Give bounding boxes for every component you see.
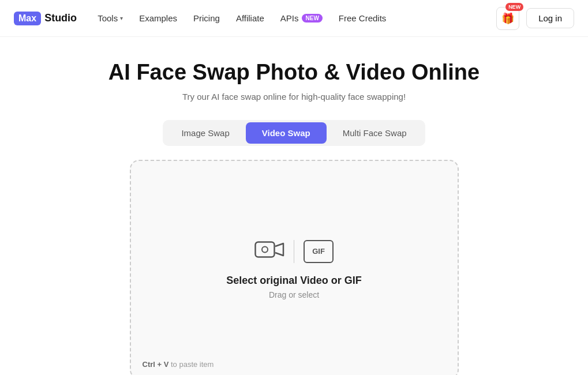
upload-subtitle: Drag or select xyxy=(269,290,319,299)
nav-pricing-label: Pricing xyxy=(193,13,220,23)
page-subtitle: Try our AI face swap online for high-qua… xyxy=(182,92,406,102)
login-button[interactable]: Log in xyxy=(526,8,574,28)
svg-rect-0 xyxy=(256,242,275,257)
nav-affiliate[interactable]: Affiliate xyxy=(229,9,271,28)
apis-new-badge: NEW xyxy=(302,14,322,22)
nav-free-credits[interactable]: Free Credits xyxy=(332,9,394,28)
nav-pricing[interactable]: Pricing xyxy=(186,9,227,28)
gift-button[interactable]: NEW 🎁 xyxy=(496,7,519,30)
gif-label: GIF xyxy=(312,247,325,256)
gift-icon: 🎁 xyxy=(501,12,514,25)
logo[interactable]: Max Studio xyxy=(14,12,77,25)
nav-apis-label: APIs xyxy=(280,13,299,23)
nav-right: NEW 🎁 Log in xyxy=(496,7,574,30)
icon-divider xyxy=(294,240,294,263)
gift-badge: NEW xyxy=(505,3,523,11)
paste-hint: Ctrl + V to paste item xyxy=(143,360,214,369)
nav-free-credits-label: Free Credits xyxy=(339,13,387,23)
svg-point-1 xyxy=(262,246,268,252)
logo-max: Max xyxy=(14,12,41,25)
gif-icon: GIF xyxy=(304,240,334,263)
tab-group: Image Swap Video Swap Multi Face Swap xyxy=(163,120,425,146)
nav-tools[interactable]: Tools ▾ xyxy=(91,9,130,28)
main-content: AI Face Swap Photo & Video Online Try ou… xyxy=(0,37,588,375)
tab-multi-face-swap[interactable]: Multi Face Swap xyxy=(327,122,423,144)
chevron-down-icon: ▾ xyxy=(120,15,123,21)
page-title: AI Face Swap Photo & Video Online xyxy=(108,60,480,85)
nav-affiliate-label: Affiliate xyxy=(236,13,264,23)
navbar: Max Studio Tools ▾ Examples Pricing Affi… xyxy=(0,0,588,37)
paste-shortcut: Ctrl + V xyxy=(143,360,169,369)
nav-examples-label: Examples xyxy=(139,13,177,23)
nav-tools-label: Tools xyxy=(98,13,118,23)
upload-title: Select original Video or GIF xyxy=(226,275,362,287)
tab-image-swap[interactable]: Image Swap xyxy=(165,122,245,144)
video-camera-icon xyxy=(254,241,284,262)
nav-examples[interactable]: Examples xyxy=(132,9,184,28)
nav-links: Tools ▾ Examples Pricing Affiliate APIs … xyxy=(91,9,492,28)
upload-icons: GIF xyxy=(254,240,334,263)
upload-area[interactable]: GIF Select original Video or GIF Drag or… xyxy=(130,160,459,375)
logo-studio: Studio xyxy=(44,12,77,24)
nav-apis[interactable]: APIs NEW xyxy=(274,9,329,28)
tab-video-swap[interactable]: Video Swap xyxy=(246,122,327,144)
paste-hint-text: to paste item xyxy=(168,360,214,369)
